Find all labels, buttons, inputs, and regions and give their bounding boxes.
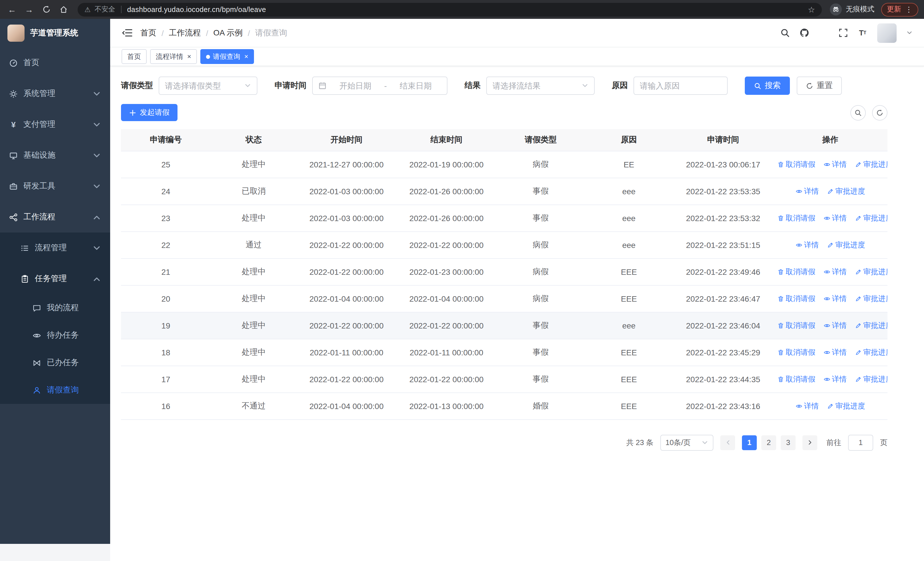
browser-forward-button[interactable]: →: [23, 3, 35, 16]
page-content: 请假类型 申请时间 -: [110, 66, 924, 561]
browser-back-button[interactable]: ←: [6, 3, 18, 16]
tab-process-detail[interactable]: 流程详情×: [150, 49, 197, 64]
sidebar-item-process-management[interactable]: 流程管理: [0, 233, 110, 263]
cancel-leave-link[interactable]: 取消请假: [777, 159, 815, 169]
approval-progress-link[interactable]: 审批进度: [855, 293, 888, 304]
result-select[interactable]: [486, 77, 595, 95]
app-logo[interactable]: 芋道管理系统: [0, 19, 110, 47]
detail-link[interactable]: 详情: [823, 347, 847, 357]
search-button[interactable]: 搜索: [745, 77, 790, 95]
cancel-leave-link[interactable]: 取消请假: [777, 266, 815, 277]
end-date-input[interactable]: [390, 81, 441, 90]
help-icon[interactable]: [819, 28, 829, 38]
detail-link[interactable]: 详情: [796, 401, 819, 411]
menu-fold-icon[interactable]: [122, 29, 132, 37]
github-icon[interactable]: [800, 28, 809, 38]
cancel-leave-link[interactable]: 取消请假: [777, 374, 815, 384]
cell-start: 2022-01-22 00:00:00: [297, 365, 396, 393]
detail-link[interactable]: 详情: [796, 186, 819, 196]
sidebar-item-done-tasks[interactable]: 已办任务: [0, 349, 110, 376]
sidebar-item-workflow[interactable]: 工作流程: [0, 202, 110, 233]
tab-leave-query[interactable]: 请假查询×: [200, 49, 254, 64]
page-button-2[interactable]: 2: [761, 435, 776, 450]
table-row: 23处理中2022-01-03 00:00:002022-01-26 00:00…: [121, 205, 888, 232]
sidebar-item-leave-query[interactable]: 请假查询: [0, 376, 110, 404]
detail-link[interactable]: 详情: [823, 266, 847, 277]
cell-start: 2022-01-22 00:00:00: [297, 258, 396, 285]
browser-reload-button[interactable]: [40, 3, 52, 16]
column-header: 申请时间: [673, 129, 773, 151]
page-button-1[interactable]: 1: [742, 435, 757, 450]
detail-link[interactable]: 详情: [823, 374, 847, 384]
tab-home[interactable]: 首页: [122, 49, 147, 64]
breadcrumb-item[interactable]: 工作流程: [169, 28, 201, 38]
start-date-input[interactable]: [330, 81, 381, 90]
approval-progress-link[interactable]: 审批进度: [827, 240, 865, 250]
fullscreen-icon[interactable]: [838, 28, 848, 38]
chevron-down-icon[interactable]: [906, 30, 913, 36]
refresh-table-button[interactable]: [872, 105, 888, 120]
breadcrumb: 首页/工作流程/OA 示例/请假查询: [140, 28, 287, 38]
approval-progress-link[interactable]: 审批进度: [827, 186, 865, 196]
browser-menu-icon[interactable]: ⋮: [905, 5, 913, 14]
approval-progress-link[interactable]: 审批进度: [855, 374, 888, 384]
cell-applied: 2022-01-22 23:51:15: [673, 232, 773, 258]
next-page-button[interactable]: [802, 435, 817, 450]
sidebar-item-home[interactable]: 首页: [0, 47, 110, 78]
create-leave-button[interactable]: 发起请假: [121, 104, 177, 121]
reason-field[interactable]: [633, 77, 728, 95]
sidebar-item-dev-tools[interactable]: 研发工具: [0, 171, 110, 202]
page-size-select[interactable]: 10条/页: [660, 435, 713, 450]
reason-input[interactable]: [640, 81, 722, 90]
approval-progress-link[interactable]: 审批进度: [855, 347, 888, 357]
goto-page-input[interactable]: [848, 435, 873, 450]
breadcrumb-item[interactable]: 首页: [140, 28, 156, 38]
leave-type-input[interactable]: [165, 81, 241, 90]
leave-type-select[interactable]: [159, 77, 257, 95]
detail-link[interactable]: 详情: [796, 240, 819, 250]
cell-reason: EE: [585, 151, 673, 177]
breadcrumb-item[interactable]: OA 示例: [213, 28, 243, 38]
approval-progress-link[interactable]: 审批进度: [855, 320, 888, 331]
browser-update-button[interactable]: 更新 ⋮: [881, 3, 918, 16]
detail-link[interactable]: 详情: [823, 159, 847, 169]
cell-reason: EEE: [585, 258, 673, 285]
action-label: 审批进度: [863, 347, 888, 357]
close-tab-icon[interactable]: ×: [244, 53, 248, 60]
sidebar-item-task-management[interactable]: 任务管理: [0, 263, 110, 294]
cancel-leave-link[interactable]: 取消请假: [777, 320, 815, 331]
browser-home-button[interactable]: [57, 3, 70, 16]
cancel-leave-link[interactable]: 取消请假: [777, 293, 815, 304]
cancel-leave-link[interactable]: 取消请假: [777, 213, 815, 223]
reset-button[interactable]: 重置: [797, 77, 842, 95]
chevron-down-icon: [582, 82, 588, 89]
toggle-search-button[interactable]: [850, 105, 866, 120]
prev-page-button[interactable]: [720, 435, 735, 450]
approval-progress-link[interactable]: 审批进度: [827, 401, 865, 411]
apply-time-range-picker[interactable]: -: [312, 77, 447, 95]
calendar-icon: [318, 82, 327, 90]
page-button-3[interactable]: 3: [781, 435, 796, 450]
font-size-icon[interactable]: TT: [858, 28, 867, 38]
search-icon[interactable]: [780, 28, 790, 38]
cancel-leave-link[interactable]: 取消请假: [777, 347, 815, 357]
detail-link[interactable]: 详情: [823, 293, 847, 304]
sidebar-item-payment-management[interactable]: ¥支付管理: [0, 109, 110, 140]
avatar[interactable]: [877, 23, 897, 42]
bookmark-star-icon[interactable]: ☆: [808, 5, 815, 14]
sidebar-item-todo-tasks[interactable]: 待办任务: [0, 322, 110, 349]
sidebar-item-system-management[interactable]: 系统管理: [0, 78, 110, 109]
approval-progress-link[interactable]: 审批进度: [855, 159, 888, 169]
close-tab-icon[interactable]: ×: [187, 53, 191, 60]
approval-progress-link[interactable]: 审批进度: [855, 213, 888, 223]
address-bar[interactable]: ⚠ 不安全 dashboard.yudao.iocoder.cn/bpm/oa/…: [78, 3, 822, 16]
result-input[interactable]: [492, 81, 578, 90]
approval-progress-link[interactable]: 审批进度: [855, 266, 888, 277]
cell-id: 19: [121, 312, 211, 339]
detail-link[interactable]: 详情: [823, 320, 847, 331]
action-label: 审批进度: [863, 266, 888, 277]
sidebar-item-infrastructure[interactable]: 基础设施: [0, 140, 110, 171]
detail-link[interactable]: 详情: [823, 213, 847, 223]
sidebar-item-my-process[interactable]: 我的流程: [0, 294, 110, 322]
cell-actions: 取消请假详情审批进度: [773, 258, 888, 285]
